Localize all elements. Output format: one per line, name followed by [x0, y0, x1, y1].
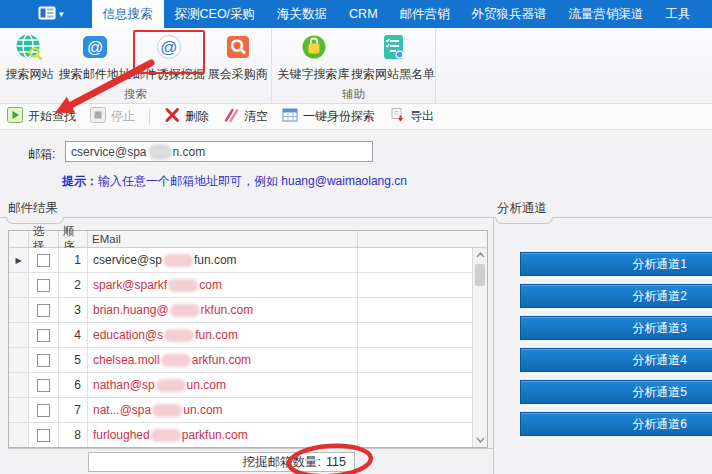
row-selector-cell[interactable] — [9, 348, 29, 372]
app-window-icon — [38, 6, 56, 23]
email-text-suf: arkfun.com — [192, 353, 251, 367]
email-text-pre: furloughed — [93, 428, 150, 442]
keyword-bag-icon — [300, 33, 328, 64]
email-text-suf: fun.com — [195, 328, 238, 342]
email-value-pre: cservice@spa — [71, 145, 147, 159]
censor-blur — [168, 279, 198, 292]
menu-tab-2[interactable]: 探测CEO/采购 — [164, 0, 267, 28]
scrollbar-track[interactable] — [473, 262, 487, 433]
menu-tab-9[interactable]: 系统 — [702, 0, 712, 28]
censor-blur — [148, 144, 172, 160]
order-cell: 5 — [59, 348, 88, 372]
row-checkbox[interactable] — [37, 354, 50, 367]
menu-tab-3[interactable]: 海关数据 — [266, 0, 338, 28]
toolbar-button-1[interactable]: 开始查找 — [7, 107, 76, 126]
row-selector-cell[interactable] — [9, 298, 29, 322]
email-text-pre: education@s — [93, 328, 163, 342]
at-badge-icon: @ — [155, 33, 183, 64]
analysis-channel-button-2[interactable]: 分析通道2 — [520, 284, 712, 308]
email-text-suf: com — [199, 278, 222, 292]
scroll-up-icon[interactable] — [473, 248, 487, 262]
analysis-channel-button-5[interactable]: 分析通道5 — [520, 380, 712, 404]
grid-rows: ▶1cservice@spfun.com2spark@sparkfcom3bri… — [9, 248, 472, 447]
email-text-suf: rkfun.com — [201, 303, 254, 317]
email-text-pre: nathan@sp — [93, 378, 155, 392]
table-row-7[interactable]: 7nat...@spaun.com — [9, 398, 472, 423]
analysis-channel-button-3[interactable]: 分析通道3 — [520, 316, 712, 340]
menu-tab-7[interactable]: 流量营销渠道 — [558, 0, 655, 28]
email-text-pre: chelsea.moll — [93, 353, 160, 367]
menu-tabs: 信息搜索探测CEO/采购海关数据CRM邮件营销外贸狼兵器谱流量营销渠道工具系统 — [92, 0, 712, 28]
table-row-2[interactable]: 2spark@sparkfcom — [9, 273, 472, 298]
menu-tab-8[interactable]: 工具 — [655, 0, 702, 28]
panel-splitter[interactable] — [493, 218, 494, 474]
table-row-1[interactable]: ▶1cservice@spfun.com — [9, 248, 472, 273]
table-row-8[interactable]: 8furloughedparkfun.com — [9, 423, 472, 447]
email-cell: nat...@spaun.com — [88, 398, 358, 422]
hint-prefix: 提示： — [62, 174, 98, 188]
toolbar-button-5[interactable]: 一键身份探索 — [282, 107, 375, 126]
row-selector-cell[interactable] — [9, 373, 29, 397]
ribbon-item-2-group-2[interactable]: 搜索网站黑名单 — [351, 31, 435, 83]
toolbar-button-label: 删除 — [185, 108, 209, 125]
menu-tab-4[interactable]: CRM — [338, 0, 388, 28]
row-selector-cell[interactable] — [9, 273, 29, 297]
hint-body: 输入任意一个邮箱地址即可，例如 huang@waimaolang.cn — [98, 174, 407, 188]
ribbon-item-4-group-1[interactable]: 展会采购商 — [205, 31, 271, 83]
scroll-down-icon[interactable] — [473, 433, 487, 447]
table-row-6[interactable]: 6nathan@spun.com — [9, 373, 472, 398]
checkbox-cell — [29, 298, 59, 322]
toolbar-button-4[interactable]: 清空 — [223, 107, 268, 126]
table-row-5[interactable]: 5chelsea.mollarkfun.com — [9, 348, 472, 373]
scrollbar-thumb[interactable] — [475, 264, 485, 286]
menu-tab-6[interactable]: 外贸狼兵器谱 — [461, 0, 558, 28]
menu-tab-1[interactable]: 信息搜索 — [92, 0, 164, 28]
row-checkbox[interactable] — [37, 254, 50, 267]
grid-header-order[interactable]: 顺序 — [59, 231, 88, 247]
vertical-scrollbar[interactable] — [472, 248, 487, 447]
ribbon-item-label: 邮件诱探挖掘 — [133, 66, 205, 83]
ribbon-item-3-group-1[interactable]: @邮件诱探挖掘 — [133, 31, 205, 83]
email-input[interactable]: cservice@span.com — [65, 141, 373, 162]
section-title-analysis-channels: 分析通道 — [497, 200, 547, 217]
grid-header-email[interactable]: EMail — [88, 231, 358, 247]
toolbar-button-6[interactable]: 导出 — [389, 107, 434, 126]
row-selector-cell[interactable] — [9, 323, 29, 347]
app-menu-button[interactable]: ▾ — [28, 0, 74, 28]
row-selector-arrow-icon[interactable]: ▶ — [9, 248, 29, 272]
menu-tab-5[interactable]: 邮件营销 — [389, 0, 461, 28]
email-results-grid: 选择 顺序 EMail ▶1cservice@spfun.com2spark@s… — [8, 230, 488, 448]
email-cell: cservice@spfun.com — [88, 248, 358, 272]
section-tab-notch — [6, 217, 64, 224]
grid-header-select[interactable]: 选择 — [29, 231, 59, 247]
analysis-channel-button-1[interactable]: 分析通道1 — [520, 252, 712, 276]
row-checkbox[interactable] — [37, 329, 50, 342]
row-checkbox[interactable] — [37, 429, 50, 442]
toolbar-button-3[interactable]: 删除 — [164, 107, 209, 126]
analysis-channel-button-6[interactable]: 分析通道6 — [520, 412, 712, 436]
grid-header-selector — [9, 231, 29, 247]
toolbar-button-label: 一键身份探索 — [303, 108, 375, 125]
ribbon-item-1-group-2[interactable]: 关键字搜索库 — [276, 31, 351, 83]
row-selector-cell[interactable] — [9, 398, 29, 422]
row-checkbox[interactable] — [37, 304, 50, 317]
filler-cell — [358, 273, 472, 297]
row-checkbox[interactable] — [37, 379, 50, 392]
row-checkbox[interactable] — [37, 279, 50, 292]
ribbon-item-2-group-1[interactable]: @搜索邮件地址 — [57, 31, 133, 83]
table-row-4[interactable]: 4education@sfun.com — [9, 323, 472, 348]
censor-blur — [156, 379, 186, 392]
row-selector-cell[interactable] — [9, 423, 29, 447]
at-square-icon: @ — [81, 33, 109, 64]
email-text-suf: parkfun.com — [182, 428, 248, 442]
section-title-email-results: 邮件结果 — [8, 200, 58, 217]
row-checkbox[interactable] — [37, 404, 50, 417]
filler-cell — [358, 423, 472, 447]
ribbon-item-1-group-1[interactable]: 搜索网站 — [2, 31, 57, 83]
order-cell: 8 — [59, 423, 88, 447]
table-row-3[interactable]: 3brian.huang@rkfun.com — [9, 298, 472, 323]
email-text-suf: un.com — [187, 378, 226, 392]
analysis-channel-button-4[interactable]: 分析通道4 — [520, 348, 712, 372]
play-icon — [7, 107, 23, 126]
email-field-label: 邮箱: — [28, 146, 55, 163]
